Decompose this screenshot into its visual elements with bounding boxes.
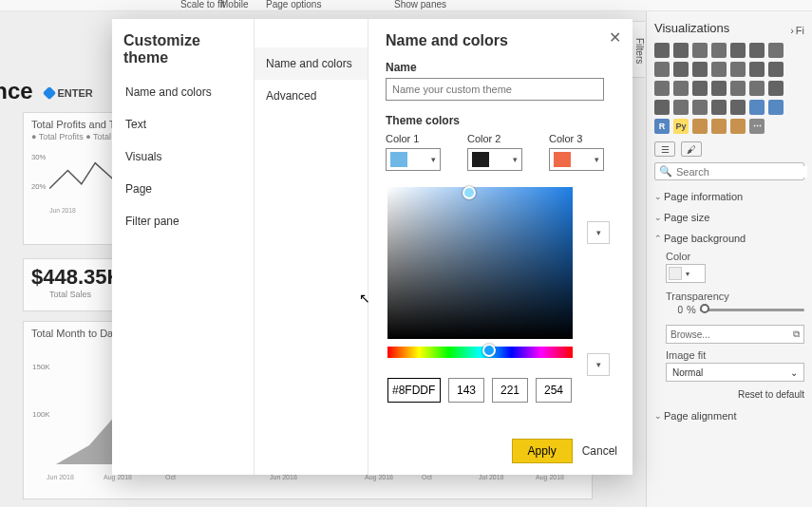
viz-shape-map[interactable] bbox=[768, 81, 784, 96]
color4-dropdown-collapsed[interactable]: ▾ bbox=[587, 221, 610, 244]
svg-text:100K: 100K bbox=[32, 410, 50, 419]
reset-to-default[interactable]: Reset to default bbox=[666, 389, 804, 400]
viz-map[interactable] bbox=[730, 81, 746, 96]
viz-funnel[interactable] bbox=[768, 62, 784, 77]
hex-input[interactable] bbox=[387, 378, 441, 403]
color-picker-popover bbox=[387, 187, 600, 358]
viz-card[interactable] bbox=[673, 100, 689, 115]
ribbon-scale[interactable]: Scale to fit bbox=[180, 0, 225, 9]
page-title: ence ENTER bbox=[0, 78, 93, 104]
ribbon-show-panes[interactable]: Show panes bbox=[394, 0, 446, 9]
b-input[interactable] bbox=[536, 378, 572, 403]
nav-text[interactable]: Text bbox=[112, 108, 254, 141]
close-icon[interactable]: ✕ bbox=[609, 28, 621, 47]
color-extra-dropdown[interactable]: ▾ bbox=[587, 353, 610, 376]
viz-slicer[interactable] bbox=[730, 100, 746, 115]
fields-tab-icon[interactable]: ☰ bbox=[654, 141, 675, 157]
tile-total-sales[interactable]: $448.35K Total Sales bbox=[23, 258, 118, 311]
nav-name-colors[interactable]: Name and colors bbox=[112, 76, 254, 108]
apply-button[interactable]: Apply bbox=[512, 439, 573, 463]
sv-handle[interactable] bbox=[463, 186, 476, 199]
subnav-name-colors[interactable]: Name and colors bbox=[255, 47, 368, 80]
viz-multi-row[interactable] bbox=[692, 100, 708, 115]
theme-name-input[interactable] bbox=[386, 78, 604, 101]
viz-matrix[interactable] bbox=[768, 100, 784, 115]
viz-100-stacked-bar[interactable] bbox=[730, 43, 746, 58]
viz-stacked-area[interactable] bbox=[673, 62, 689, 77]
section-page-alignment[interactable]: ⌄ Page alignment bbox=[654, 407, 804, 424]
viz-line[interactable] bbox=[768, 43, 784, 58]
subnav-advanced[interactable]: Advanced bbox=[255, 80, 368, 112]
chevron-down-icon: ▾ bbox=[431, 155, 436, 164]
svg-text:Aug 2018: Aug 2018 bbox=[365, 474, 393, 481]
format-search[interactable]: 🔍 bbox=[654, 162, 804, 180]
g-input[interactable] bbox=[492, 378, 528, 403]
cancel-button[interactable]: Cancel bbox=[582, 444, 617, 458]
hue-slider[interactable] bbox=[387, 347, 573, 358]
sv-panel[interactable] bbox=[387, 187, 573, 339]
color2-swatch bbox=[472, 152, 489, 167]
viz-ribbon[interactable] bbox=[730, 62, 746, 77]
ribbon-page-options[interactable]: Page options bbox=[266, 0, 321, 9]
svg-text:30%: 30% bbox=[31, 153, 47, 161]
chevron-down-icon: ⌄ bbox=[654, 411, 664, 421]
color1-dropdown[interactable]: ▾ bbox=[386, 148, 441, 171]
viz-area[interactable] bbox=[654, 62, 670, 77]
section-page-background[interactable]: ⌃ Page background bbox=[654, 230, 804, 247]
fields-pane-hint[interactable]: Fi bbox=[796, 25, 804, 36]
color2-dropdown[interactable]: ▾ bbox=[467, 148, 522, 171]
viz-filled-map[interactable] bbox=[749, 81, 765, 96]
viz-decomposition[interactable] bbox=[711, 119, 727, 134]
color3-dropdown[interactable]: ▾ bbox=[549, 148, 604, 171]
chevron-right-icon[interactable]: › bbox=[790, 25, 794, 36]
viz-import[interactable]: ⋯ bbox=[749, 119, 765, 134]
viz-kpi[interactable] bbox=[711, 100, 727, 115]
format-tab-icon[interactable]: 🖌 bbox=[681, 141, 702, 157]
viz-treemap[interactable] bbox=[711, 81, 727, 96]
viz-clustered-column[interactable] bbox=[711, 43, 727, 58]
pulse-icon bbox=[43, 86, 56, 100]
viz-100-stacked-column[interactable] bbox=[749, 43, 765, 58]
chevron-up-icon: ⌃ bbox=[654, 234, 664, 243]
viz-r-script[interactable]: R bbox=[654, 119, 670, 134]
viz-key-influencers[interactable] bbox=[692, 119, 708, 134]
viz-pie[interactable] bbox=[673, 81, 689, 96]
viz-donut[interactable] bbox=[692, 81, 708, 96]
viz-qa[interactable] bbox=[730, 119, 746, 134]
viz-table[interactable] bbox=[749, 100, 765, 115]
svg-text:Jul 2018: Jul 2018 bbox=[479, 474, 504, 480]
viz-waterfall[interactable] bbox=[749, 62, 765, 77]
svg-text:Oct: Oct bbox=[165, 474, 176, 480]
viz-gauge[interactable] bbox=[654, 100, 670, 115]
search-input[interactable] bbox=[676, 166, 807, 178]
ribbon-mobile[interactable]: Mobile bbox=[220, 0, 248, 9]
transparency-slider[interactable] bbox=[700, 309, 804, 311]
search-icon: 🔍 bbox=[659, 165, 672, 178]
color-picker-inputs bbox=[387, 378, 572, 403]
nav-page[interactable]: Page bbox=[112, 173, 254, 205]
color2-label: Color 2 bbox=[467, 133, 522, 144]
viz-stacked-column[interactable] bbox=[673, 43, 689, 58]
filters-pane-collapsed[interactable]: Filters bbox=[632, 21, 645, 78]
viz-line-stacked[interactable] bbox=[692, 62, 708, 77]
viz-clustered-bar[interactable] bbox=[692, 43, 708, 58]
svg-text:Jun 2018: Jun 2018 bbox=[270, 474, 297, 480]
nav-filter-pane[interactable]: Filter pane bbox=[112, 205, 254, 237]
color1-swatch bbox=[390, 152, 407, 167]
image-fit-dropdown[interactable]: Normal ⌄ bbox=[666, 363, 804, 382]
ribbon: Scale to fit Mobile Page options Show pa… bbox=[0, 0, 812, 11]
transparency-value: 0 bbox=[666, 305, 683, 315]
r-input[interactable] bbox=[448, 378, 484, 403]
viz-python[interactable]: Py bbox=[673, 119, 689, 134]
image-browse[interactable]: Browse... ⧉ bbox=[666, 325, 804, 344]
viz-scatter[interactable] bbox=[654, 81, 670, 96]
svg-text:20%: 20% bbox=[31, 182, 47, 191]
nav-visuals[interactable]: Visuals bbox=[112, 141, 254, 173]
color3-label: Color 3 bbox=[549, 133, 604, 144]
viz-stacked-bar[interactable] bbox=[654, 43, 670, 58]
viz-line-clustered[interactable] bbox=[711, 62, 727, 77]
section-page-size[interactable]: ⌄ Page size bbox=[654, 209, 804, 226]
hue-handle[interactable] bbox=[482, 344, 496, 357]
page-bg-color-picker[interactable]: ▾ bbox=[666, 264, 706, 283]
section-page-information[interactable]: ⌄ Page information bbox=[654, 188, 804, 205]
